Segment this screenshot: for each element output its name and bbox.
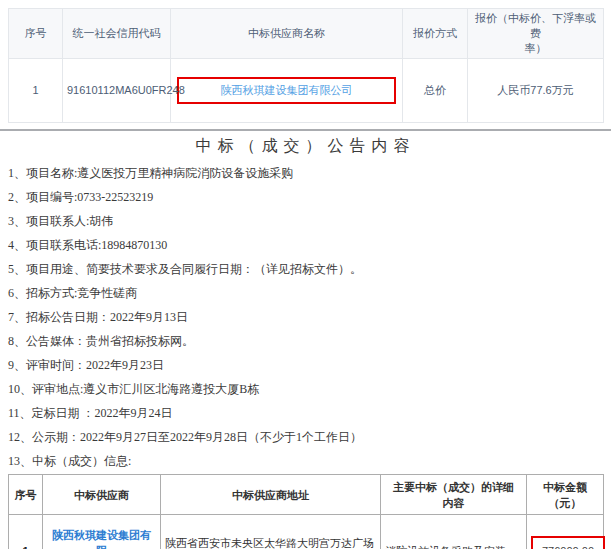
announcement-item-7: 7、招标公告日期：2022年9月13日 <box>8 305 611 329</box>
announcement-item-13: 13、中标（成交）信息: <box>8 449 611 473</box>
supplier-link[interactable]: 陕西秋琪建设集团有限公司 <box>221 84 353 96</box>
header-seq: 序号 <box>9 9 63 59</box>
cell-quote: 人民币77.6万元 <box>468 59 604 123</box>
cell-credit-code: 91610112MA6U0FR248 <box>63 59 171 123</box>
award-detail-table: 序号 中标供应商 中标供应商地址 主要中标（成交）的详细 内容 中标金额 （元）… <box>8 474 604 549</box>
cell-seq: 1 <box>9 515 43 549</box>
header-supplier-name: 中标供应商名称 <box>171 9 403 59</box>
cell-address: 陕西省西安市未央区太华路大明宫万达广场1号楼5单元18层51812室 <box>161 515 381 549</box>
winning-supplier-summary-table: 序号 统一社会信用代码 中标供应商名称 报价方式 报价（中标价、下浮率或费 率）… <box>8 8 604 123</box>
amount-highlight-box: 776000.00 <box>531 536 605 549</box>
supplier-highlight-box: 陕西秋琪建设集团有限公司 <box>177 77 396 104</box>
announcement-item-11: 11、定标日期 ：2022年9月24日 <box>8 401 611 425</box>
detail-header-row: 序号 中标供应商 中标供应商地址 主要中标（成交）的详细 内容 中标金额 （元） <box>9 475 604 515</box>
header-supplier: 中标供应商 <box>43 475 161 515</box>
announcement-items: 1、项目名称:遵义医投万里精神病院消防设备设施采购 2、项目编号:0733-22… <box>8 161 611 473</box>
summary-data-row: 1 91610112MA6U0FR248 陕西秋琪建设集团有限公司 总价 人民币… <box>9 59 604 123</box>
announcement-item-3: 3、项目联系人:胡伟 <box>8 209 611 233</box>
header-address: 中标供应商地址 <box>161 475 381 515</box>
header-quote: 报价（中标价、下浮率或费 率） <box>468 9 604 59</box>
cell-supplier-name: 陕西秋琪建设集团有限公司 <box>171 59 403 123</box>
supplier-link[interactable]: 陕西秋琪建设集团有限 公司 <box>52 529 151 549</box>
header-content: 主要中标（成交）的详细 内容 <box>381 475 527 515</box>
header-credit-code: 统一社会信用代码 <box>63 9 171 59</box>
announcement-item-10: 10、评审地点:遵义市汇川区北海路遵投大厦B栋 <box>8 377 611 401</box>
header-amount: 中标金额 （元） <box>527 475 604 515</box>
cell-quote-method: 总价 <box>403 59 468 123</box>
section-divider-top <box>0 129 611 131</box>
announcement-item-6: 6、招标方式:竞争性磋商 <box>8 281 611 305</box>
cell-supplier: 陕西秋琪建设集团有限 公司 <box>43 515 161 549</box>
announcement-item-1: 1、项目名称:遵义医投万里精神病院消防设备设施采购 <box>8 161 611 185</box>
announcement-item-4: 4、项目联系电话:18984870130 <box>8 233 611 257</box>
cell-amount: 776000.00 <box>527 515 604 549</box>
announcement-item-12: 12、公示期：2022年9月27日至2022年9月28日（不少于1个工作日） <box>8 425 611 449</box>
announcement-item-8: 8、公告媒体：贵州省招标投标网。 <box>8 329 611 353</box>
page-title: 中标（成交）公告内容 <box>0 136 611 157</box>
announcement-item-2: 2、项目编号:0733-22523219 <box>8 185 611 209</box>
cell-content: 消防设施设备采购及安装 <box>381 515 527 549</box>
announcement-item-9: 9、评审时间：2022年9月23日 <box>8 353 611 377</box>
detail-data-row: 1 陕西秋琪建设集团有限 公司 陕西省西安市未央区太华路大明宫万达广场1号楼5单… <box>9 515 604 549</box>
cell-seq: 1 <box>9 59 63 123</box>
announcement-item-5: 5、项目用途、简要技术要求及合同履行日期：（详见招标文件）。 <box>8 257 611 281</box>
summary-header-row: 序号 统一社会信用代码 中标供应商名称 报价方式 报价（中标价、下浮率或费 率） <box>9 9 604 59</box>
header-seq: 序号 <box>9 475 43 515</box>
header-quote-method: 报价方式 <box>403 9 468 59</box>
